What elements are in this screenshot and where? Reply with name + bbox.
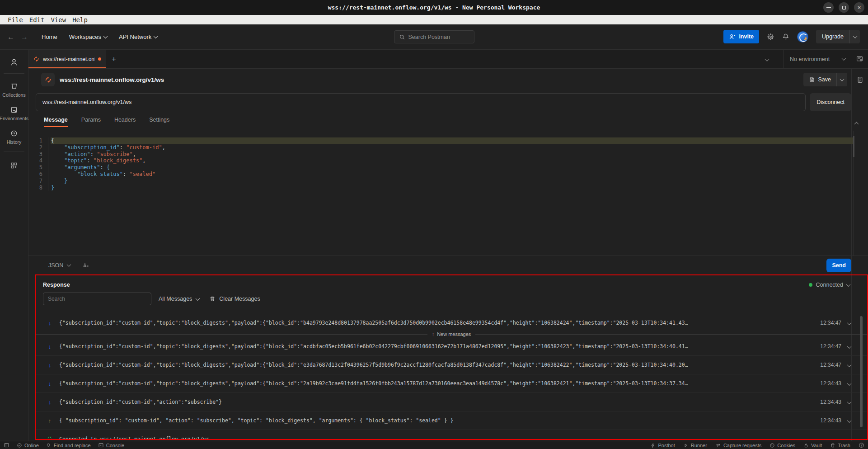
response-panel: Response Connected All Messages	[35, 274, 868, 440]
message-row[interactable]: ↓ {"subscription_id":"custom-id","action…	[36, 393, 867, 411]
editor-line[interactable]: }	[51, 184, 853, 191]
expand-message-button[interactable]	[848, 379, 851, 388]
avatar[interactable]	[797, 31, 808, 43]
expand-message-button[interactable]	[848, 319, 851, 327]
connection-status[interactable]: Connected	[809, 282, 850, 288]
chevron-down-icon	[847, 418, 852, 423]
message-row[interactable]: ↓ {"subscription_id":"custom-id","topic"…	[36, 356, 867, 374]
editor-line[interactable]: }	[51, 178, 853, 184]
editor-line[interactable]: "block_status": "sealed"	[51, 171, 853, 178]
editor-scrollbar[interactable]	[853, 136, 854, 157]
statusbar-postbot[interactable]: Postbot	[650, 443, 675, 448]
response-title: Response	[43, 282, 70, 288]
connection-status-label: Connected	[816, 282, 843, 288]
expand-message-button[interactable]	[848, 361, 851, 369]
menu-view[interactable]: View	[47, 16, 69, 24]
message-list-scrollbar[interactable]	[860, 316, 863, 427]
new-messages-divider[interactable]: ↑ New messages	[36, 331, 867, 337]
expand-message-button[interactable]	[848, 416, 851, 425]
environment-selector[interactable]: No environment	[783, 50, 851, 68]
statusbar-question[interactable]	[859, 442, 864, 448]
tab-headers[interactable]: Headers	[114, 117, 136, 127]
statusbar-cookies[interactable]: Cookies	[769, 443, 795, 448]
menu-help[interactable]: Help	[69, 16, 91, 24]
url-input[interactable]	[36, 93, 806, 111]
main-area: CollectionsEnvironmentsHistory wss://res…	[0, 50, 868, 441]
statusbar-capture-requests[interactable]: Capture requests	[715, 442, 761, 448]
editor-line[interactable]: "action": "subscribe",	[51, 151, 853, 158]
message-filter-select[interactable]: All Messages	[159, 296, 199, 302]
message-row[interactable]: ↓ {"subscription_id":"custom-id","topic"…	[36, 374, 867, 393]
sidebar-item-history[interactable]: History	[7, 129, 22, 145]
chevron-down-icon	[847, 400, 852, 404]
editor-code[interactable]: { "subscription_id": "custom-id", "actio…	[48, 137, 853, 191]
message-row[interactable]: Connected to wss://rest-mainnet.onflow.o…	[36, 430, 867, 439]
save-button[interactable]: Save	[803, 73, 837, 86]
maximize-button[interactable]	[839, 2, 849, 13]
beautify-icon[interactable]	[82, 262, 89, 269]
nav-workspaces[interactable]: Workspaces	[66, 31, 111, 43]
statusbar-runner[interactable]: Runner	[683, 443, 707, 448]
collapse-editor-button[interactable]	[855, 119, 858, 128]
menu-file[interactable]: File	[5, 16, 26, 24]
statusbar-console[interactable]: Console	[98, 442, 124, 448]
back-arrow-icon[interactable]: ←	[7, 33, 14, 41]
sidebar-item-environments[interactable]: Environments	[0, 106, 28, 121]
upgrade-button[interactable]: Upgrade	[816, 30, 849, 43]
message-row[interactable]: ↑ { "subscription_id": "custom-id", "act…	[36, 411, 867, 430]
disconnect-button[interactable]: Disconnect	[810, 93, 851, 111]
message-list: ↓ {"subscription_id":"custom-id","topic"…	[36, 315, 867, 439]
statusbar-panel[interactable]	[4, 442, 9, 448]
message-text: Connected to wss://rest-mainnet.onflow.o…	[59, 436, 851, 439]
account-icon[interactable]	[9, 58, 19, 67]
more-tools-icon[interactable]	[10, 161, 18, 170]
close-button[interactable]: ×	[854, 2, 864, 13]
statusbar-label: Cookies	[777, 443, 795, 448]
environment-quick-look-button[interactable]	[851, 53, 868, 65]
new-tab-button[interactable]: +	[106, 50, 122, 68]
tab-message[interactable]: Message	[44, 117, 68, 127]
sidebar-item-collections[interactable]: Collections	[2, 82, 25, 98]
chevron-down-icon	[196, 296, 200, 301]
statusbar-find-and-replace[interactable]: Find and replace	[46, 443, 91, 448]
statusbar-trash[interactable]: Trash	[830, 443, 850, 448]
tab-overflow-button[interactable]	[759, 55, 775, 63]
statusbar-label: Capture requests	[723, 443, 761, 448]
nav-home[interactable]: Home	[38, 31, 61, 43]
editor-line[interactable]: {	[51, 137, 853, 144]
window-title: wss://rest-mainnet.onflow.org/v1/ws - Ne…	[328, 4, 540, 11]
menu-edit[interactable]: Edit	[26, 16, 48, 24]
statusbar-online[interactable]: Online	[17, 443, 39, 448]
expand-message-button[interactable]	[848, 342, 851, 350]
nav-api-network[interactable]: API Network	[115, 31, 161, 43]
gear-icon[interactable]	[767, 33, 774, 41]
minimize-button[interactable]	[823, 2, 834, 13]
save-split-button: Save	[803, 73, 848, 86]
message-row[interactable]: ↓ {"subscription_id":"custom-id","topic"…	[36, 337, 867, 356]
upgrade-dropdown-button[interactable]	[849, 30, 860, 43]
bell-icon[interactable]	[782, 33, 789, 40]
statusbar-vault[interactable]: Vault	[803, 443, 822, 448]
forward-arrow-icon[interactable]: →	[21, 33, 28, 41]
invite-button[interactable]: Invite	[723, 30, 759, 43]
connected-dot-icon	[809, 283, 812, 287]
response-search-input[interactable]	[43, 293, 151, 305]
message-time: 12:34:43	[820, 399, 841, 405]
received-arrow-icon: ↓	[47, 343, 53, 350]
tab-params[interactable]: Params	[81, 117, 101, 127]
global-search[interactable]: Search Postman	[394, 30, 474, 43]
editor-line[interactable]: "subscription_id": "custom-id",	[51, 144, 853, 151]
question-icon	[859, 442, 864, 448]
save-dropdown-button[interactable]	[836, 73, 847, 86]
send-button[interactable]: Send	[826, 259, 851, 272]
clear-messages-button[interactable]: Clear Messages	[209, 296, 260, 302]
request-tab[interactable]: wss://rest-mainnet.onflo	[28, 50, 106, 68]
message-row[interactable]: ↓ {"subscription_id":"custom-id","topic"…	[36, 315, 867, 331]
editor-line[interactable]: "arguments": {	[51, 164, 853, 171]
app-header: ← → HomeWorkspacesAPI Network Search Pos…	[0, 24, 868, 50]
message-format-select[interactable]: JSON	[48, 262, 70, 269]
message-editor[interactable]: 12345678 { "subscription_id": "custom-id…	[28, 131, 854, 255]
expand-message-button[interactable]	[848, 398, 851, 406]
tab-settings[interactable]: Settings	[149, 117, 169, 127]
editor-line[interactable]: "topic": "block_digests",	[51, 157, 853, 164]
